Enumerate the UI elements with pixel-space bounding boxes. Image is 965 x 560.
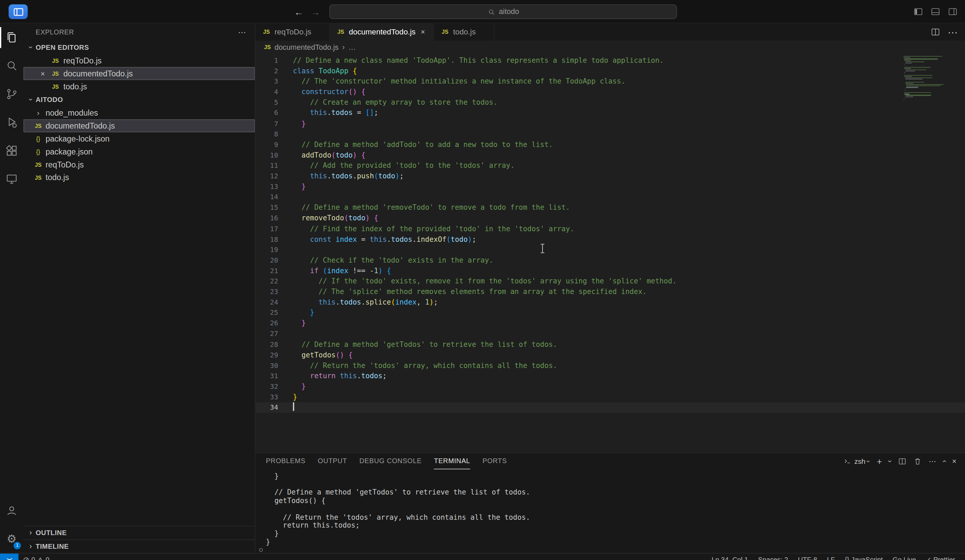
panel-tab[interactable]: TERMINAL <box>434 453 470 469</box>
activitybar-explorer[interactable] <box>0 23 23 52</box>
tree-item[interactable]: JSdocumentedTodo.js <box>23 119 255 132</box>
editor-tab[interactable]: JS reqToDo.js <box>255 23 330 41</box>
code-line[interactable]: 19 <box>255 245 965 255</box>
code-line[interactable]: 7 } <box>255 118 965 129</box>
problems-status[interactable]: 0 0 <box>18 556 54 560</box>
more-actions-icon[interactable]: ⋯ <box>238 27 246 36</box>
status-item[interactable]: Spaces: 2 <box>753 556 793 560</box>
open-editor-item[interactable]: JS todo.js <box>23 80 255 93</box>
code-line[interactable]: 22 // If the 'todo' exists, remove it fr… <box>255 276 965 287</box>
code-line[interactable]: 6 this.todos = []; <box>255 108 965 118</box>
status-item[interactable]: ✓ Prettier <box>921 556 960 560</box>
code-line[interactable]: 21 if (index !== -1) { <box>255 266 965 276</box>
open-editor-item[interactable]: × JS documentedTodo.js <box>23 67 255 80</box>
panel-tab[interactable]: PORTS <box>483 453 507 469</box>
code-line[interactable]: 24 this.todos.splice(index, 1); <box>255 297 965 308</box>
open-editors-header[interactable]: › OPEN EDITORS <box>23 41 255 54</box>
toggle-sidebar-icon[interactable] <box>913 7 923 17</box>
outline-header[interactable]: › OUTLINE <box>23 526 255 539</box>
workspace-header[interactable]: › AITODO <box>23 93 255 106</box>
remote-indicator[interactable]: >< <box>0 553 18 560</box>
explorer-title-row: EXPLORER ⋯ <box>23 23 255 41</box>
editor-tab[interactable]: JS documentedTodo.js × <box>330 23 434 41</box>
tree-item[interactable]: JSreqToDo.js <box>23 158 255 171</box>
back-icon[interactable]: ← <box>294 7 303 17</box>
code-line[interactable]: 4 constructor() { <box>255 87 965 98</box>
tree-item[interactable]: JStodo.js <box>23 171 255 184</box>
code-line[interactable]: 17 // Find the index of the provided 'to… <box>255 224 965 234</box>
code-line[interactable]: 1 // Define a new class named 'TodoApp'.… <box>255 55 965 66</box>
more-actions-icon[interactable]: ⋯ <box>948 26 958 38</box>
activitybar-remote-explorer[interactable] <box>0 165 23 193</box>
code-line[interactable]: 29 getTodos() { <box>255 350 965 361</box>
tree-item[interactable]: ›node_modules <box>23 106 255 119</box>
minimap[interactable] <box>904 56 957 102</box>
files-icon <box>5 31 18 44</box>
command-center-search[interactable]: aitodo <box>329 5 677 19</box>
terminal-profile[interactable]: zsh › <box>843 457 870 465</box>
breadcrumb-file[interactable]: documentedTodo.js <box>274 43 339 52</box>
code-line[interactable]: 8 <box>255 129 965 139</box>
code-line[interactable]: 13 } <box>255 181 965 192</box>
code-line[interactable]: 9 // Define a method 'addTodo' to add a … <box>255 139 965 150</box>
panel-tab[interactable]: OUTPUT <box>318 453 347 469</box>
close-icon[interactable]: × <box>41 69 51 78</box>
code-line[interactable]: 5 // Create an empty array to store the … <box>255 98 965 108</box>
activitybar-run-debug[interactable] <box>0 108 23 136</box>
activitybar-extensions[interactable] <box>0 136 23 165</box>
close-panel-icon[interactable]: × <box>952 457 957 465</box>
activitybar-search[interactable] <box>0 52 23 80</box>
status-item[interactable]: Ln 34, Col 1 <box>707 556 753 560</box>
tree-item[interactable]: {}package.json <box>23 145 255 158</box>
code-line[interactable]: 33 } <box>255 392 965 402</box>
code-line[interactable]: 16 removeTodo(todo) { <box>255 213 965 224</box>
activitybar-source-control[interactable] <box>0 80 23 108</box>
breadcrumb-symbol[interactable]: … <box>348 43 356 52</box>
timeline-header[interactable]: › TIMELINE <box>23 539 255 553</box>
code-line[interactable]: 31 return this.todos; <box>255 371 965 381</box>
code-line[interactable]: 14 <box>255 192 965 202</box>
code-line[interactable]: 3 // The 'constructor' method initialize… <box>255 77 965 87</box>
code-line[interactable]: 11 // Add the provided 'todo' to the 'to… <box>255 161 965 171</box>
more-actions-icon[interactable]: ⋯ <box>929 457 936 465</box>
code-line[interactable]: 20 // Check if the 'todo' exists in the … <box>255 255 965 266</box>
maximize-panel-icon[interactable]: › <box>940 460 948 462</box>
panel-tab[interactable]: PROBLEMS <box>266 453 306 469</box>
status-item[interactable]: LF <box>822 556 840 560</box>
code-line[interactable]: 32 } <box>255 381 965 392</box>
forward-icon[interactable]: → <box>311 7 320 17</box>
split-editor-icon[interactable] <box>931 27 940 37</box>
code-line[interactable]: 34 <box>255 402 965 413</box>
line-number: 11 <box>255 161 284 171</box>
code-line[interactable]: 26 } <box>255 318 965 329</box>
code-line[interactable]: 23 // The 'splice' method removes elemen… <box>255 287 965 297</box>
breadcrumb[interactable]: JS documentedTodo.js › … <box>255 41 965 54</box>
code-line[interactable]: 15 // Define a method 'removeTodo' to re… <box>255 202 965 213</box>
code-line[interactable]: 30 // Return the 'todos' array, which co… <box>255 360 965 371</box>
code-line[interactable]: 2 class TodoApp { <box>255 66 965 77</box>
open-editor-item[interactable]: JS reqToDo.js <box>23 54 255 67</box>
code-line[interactable]: 10 addTodo(todo) { <box>255 150 965 161</box>
code-line[interactable]: 25 } <box>255 308 965 318</box>
status-item[interactable]: UTF-8 <box>793 556 822 560</box>
activitybar-settings[interactable]: ⚙ 1 <box>0 524 23 553</box>
toggle-secondary-sidebar-icon[interactable] <box>948 7 958 17</box>
status-item[interactable]: Go Live <box>888 556 921 560</box>
code-line[interactable]: 12 this.todos.push(todo); <box>255 171 965 181</box>
terminal[interactable]: } // Define a method 'getTodos' to retri… <box>255 469 965 560</box>
new-terminal-icon[interactable]: + <box>877 456 882 466</box>
launch-profile-chevron-icon[interactable]: › <box>885 460 894 462</box>
split-terminal-icon[interactable] <box>898 457 906 465</box>
kill-terminal-icon[interactable] <box>913 457 922 465</box>
code-line[interactable]: 18 const index = this.todos.indexOf(todo… <box>255 234 965 245</box>
tree-item[interactable]: {}package-lock.json <box>23 132 255 145</box>
toggle-panel-icon[interactable] <box>931 7 940 17</box>
status-item[interactable]: {} JavaScript <box>840 556 888 560</box>
code-editor[interactable]: 1 // Define a new class named 'TodoApp'.… <box>255 54 965 452</box>
close-icon[interactable]: × <box>419 28 427 36</box>
editor-tab[interactable]: JS todo.js <box>434 23 494 41</box>
activitybar-account[interactable] <box>0 496 23 524</box>
panel-tab[interactable]: DEBUG CONSOLE <box>359 453 421 469</box>
code-line[interactable]: 27 <box>255 329 965 340</box>
code-line[interactable]: 28 // Define a method 'getTodos' to retr… <box>255 340 965 350</box>
